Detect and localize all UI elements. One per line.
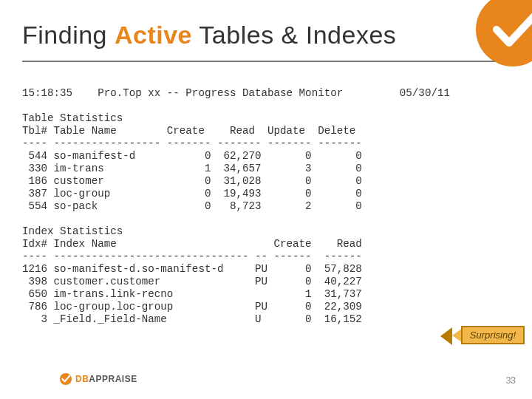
footer-check-icon bbox=[59, 372, 72, 386]
brand-check-icon bbox=[468, 0, 532, 74]
footer-brand-text: DBAPPRAISE bbox=[75, 374, 137, 384]
title-prefix: Finding bbox=[22, 21, 115, 49]
callout-arrow-icon bbox=[440, 327, 452, 345]
title-underline bbox=[22, 61, 495, 62]
callout-annotation: Surprising! bbox=[452, 326, 525, 344]
page-number: 33 bbox=[506, 375, 516, 386]
title-highlight: Active bbox=[115, 21, 192, 49]
terminal-output: 15:18:35 Pro.Top xx -- Progress Database… bbox=[22, 87, 450, 326]
slide-title: Finding Active Tables & Indexes bbox=[22, 21, 396, 50]
callout-text: Surprising! bbox=[461, 326, 525, 344]
footer-brand: DBAPPRAISE bbox=[59, 372, 137, 386]
title-suffix: Tables & Indexes bbox=[192, 21, 396, 49]
